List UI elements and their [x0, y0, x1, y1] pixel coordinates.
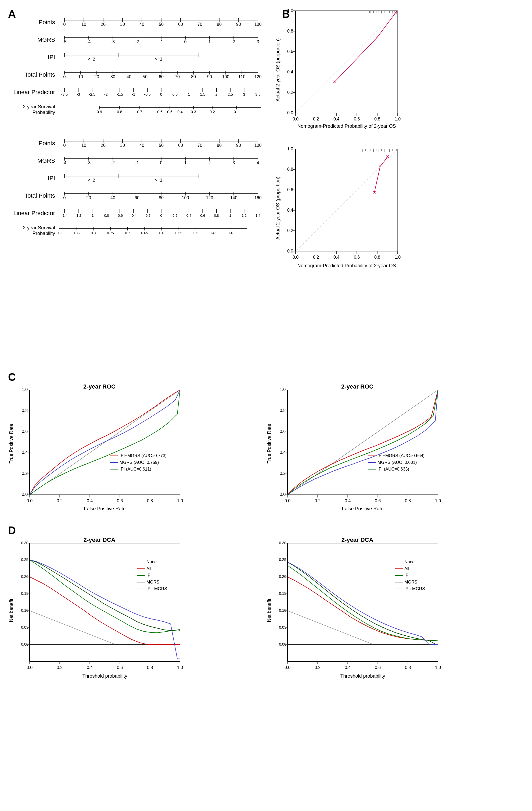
svg-text:80: 80 — [217, 22, 222, 27]
svg-text:0.9: 0.9 — [57, 231, 62, 235]
svg-text:0.0: 0.0 — [27, 499, 32, 503]
svg-text:30: 30 — [120, 22, 125, 27]
svg-text:0.8: 0.8 — [374, 117, 380, 121]
svg-text:-5: -5 — [63, 40, 66, 44]
svg-text:3: 3 — [257, 40, 259, 44]
svg-text:0.4: 0.4 — [345, 665, 351, 670]
svg-text:-4: -4 — [63, 160, 66, 165]
svg-text:140: 140 — [230, 196, 237, 200]
svg-text:MGRS (AUC=0.601): MGRS (AUC=0.601) — [377, 460, 417, 465]
svg-text:0.4: 0.4 — [280, 450, 286, 455]
svg-text:0.45: 0.45 — [209, 231, 216, 235]
svg-text:-1: -1 — [132, 92, 136, 96]
svg-text:100: 100 — [254, 22, 262, 27]
svg-text:0.2: 0.2 — [280, 471, 286, 476]
svg-text:4: 4 — [257, 160, 259, 165]
svg-line-379 — [30, 390, 180, 495]
svg-text:0.2: 0.2 — [22, 471, 28, 476]
svg-text:2: 2 — [216, 92, 218, 96]
svg-text:2: 2 — [208, 160, 211, 165]
svg-text:90: 90 — [236, 143, 241, 148]
svg-text:0.8: 0.8 — [147, 665, 153, 670]
svg-text:0.00: 0.00 — [21, 642, 28, 646]
svg-line-417 — [287, 390, 438, 495]
svg-text:3.5: 3.5 — [255, 92, 261, 96]
svg-text:-1: -1 — [159, 40, 163, 44]
svg-text:2.5: 2.5 — [228, 92, 233, 96]
section-c-label: C — [8, 371, 16, 383]
svg-text:0: 0 — [160, 214, 162, 217]
svg-text:0.30: 0.30 — [279, 541, 286, 545]
svg-text:-2.5: -2.5 — [89, 92, 95, 96]
svg-text:-0.8: -0.8 — [103, 214, 109, 217]
nomo2-label-lp: Linear Predictor — [8, 210, 59, 217]
svg-text:0.65: 0.65 — [141, 231, 148, 235]
svg-text:IPI+MGRS: IPI+MGRS — [146, 586, 167, 591]
svg-text:0.9: 0.9 — [97, 110, 102, 114]
svg-text:0.2: 0.2 — [315, 665, 320, 670]
nomo2-row-ipi: IPI <=2 >=3 — [8, 172, 263, 184]
svg-text:70: 70 — [198, 143, 202, 148]
svg-text:MGRS (AUC=0.759): MGRS (AUC=0.759) — [120, 460, 159, 465]
svg-text:>=3: >=3 — [155, 57, 162, 62]
svg-text:0: 0 — [160, 160, 162, 165]
svg-text:0.4: 0.4 — [22, 450, 28, 455]
svg-text:-3: -3 — [87, 160, 91, 165]
svg-text:0.2: 0.2 — [287, 228, 293, 233]
svg-text:0: 0 — [63, 22, 66, 27]
svg-text:1: 1 — [208, 40, 211, 44]
svg-text:0.2: 0.2 — [287, 90, 293, 95]
svg-text:1.2: 1.2 — [242, 214, 247, 217]
svg-text:True Positive Rate: True Positive Rate — [267, 424, 272, 463]
svg-text:0.8: 0.8 — [374, 255, 380, 260]
svg-text:0.4: 0.4 — [345, 499, 351, 503]
svg-text:-0.4: -0.4 — [130, 214, 137, 217]
svg-text:0.6: 0.6 — [157, 110, 162, 114]
svg-text:0.75: 0.75 — [107, 231, 114, 235]
svg-text:0.10: 0.10 — [279, 608, 286, 613]
svg-text:2-year DCA: 2-year DCA — [83, 536, 115, 543]
svg-text:0.5: 0.5 — [172, 92, 178, 96]
svg-text:0.8: 0.8 — [147, 499, 153, 503]
svg-text:3: 3 — [233, 160, 235, 165]
svg-text:Threshold probability: Threshold probability — [340, 673, 385, 679]
nomo1-row-totalpoints: Total Points 0 10 20 30 40 50 60 70 80 9… — [8, 68, 263, 81]
svg-text:True Positive Rate: True Positive Rate — [9, 424, 14, 463]
svg-text:0.2: 0.2 — [209, 110, 215, 114]
svg-text:0.4: 0.4 — [186, 214, 191, 217]
svg-text:All: All — [404, 566, 409, 571]
svg-text:✕: ✕ — [333, 80, 336, 84]
svg-line-458 — [30, 611, 115, 645]
svg-text:1.0: 1.0 — [22, 387, 28, 392]
svg-text:0.6: 0.6 — [22, 429, 28, 434]
svg-text:50: 50 — [143, 75, 147, 79]
nomo1-row-points: Points 0 10 20 30 40 50 60 70 80 9 — [8, 16, 263, 28]
svg-text:MGRS: MGRS — [404, 580, 417, 584]
svg-text:0.8: 0.8 — [287, 167, 293, 171]
nomo1-label-mgrs: MGRS — [8, 36, 59, 43]
svg-text:0.15: 0.15 — [21, 591, 28, 596]
svg-text:False Positive Rate: False Positive Rate — [342, 506, 384, 511]
svg-text:90: 90 — [236, 22, 241, 27]
svg-text:0.6: 0.6 — [354, 117, 360, 121]
svg-text:-0.6: -0.6 — [116, 214, 123, 217]
svg-text:0.4: 0.4 — [333, 117, 339, 121]
svg-text:1.0: 1.0 — [395, 255, 401, 260]
svg-text:0.0: 0.0 — [287, 249, 293, 253]
svg-text:160: 160 — [254, 196, 262, 200]
dca-plot-2: 2-year DCA Net benefit 0.0 0.2 0.4 0.6 0… — [266, 535, 524, 687]
svg-text:0.6: 0.6 — [375, 665, 381, 670]
svg-text:10: 10 — [78, 75, 83, 79]
svg-text:2: 2 — [233, 40, 235, 44]
svg-text:1.0: 1.0 — [177, 499, 183, 503]
svg-text:-1: -1 — [91, 214, 94, 217]
svg-text:2-year ROC: 2-year ROC — [341, 383, 374, 390]
svg-line-293 — [334, 37, 377, 82]
svg-text:70: 70 — [198, 22, 202, 27]
nomogram-1: Points 0 10 20 30 40 50 60 70 80 9 — [8, 16, 263, 116]
svg-text:Nomogram-Predicted Probability: Nomogram-Predicted Probability of 2-year… — [297, 123, 396, 129]
section-d-label: D — [8, 524, 16, 536]
svg-text:0.2: 0.2 — [172, 214, 177, 217]
svg-text:60: 60 — [178, 143, 183, 148]
svg-text:100: 100 — [254, 143, 262, 148]
